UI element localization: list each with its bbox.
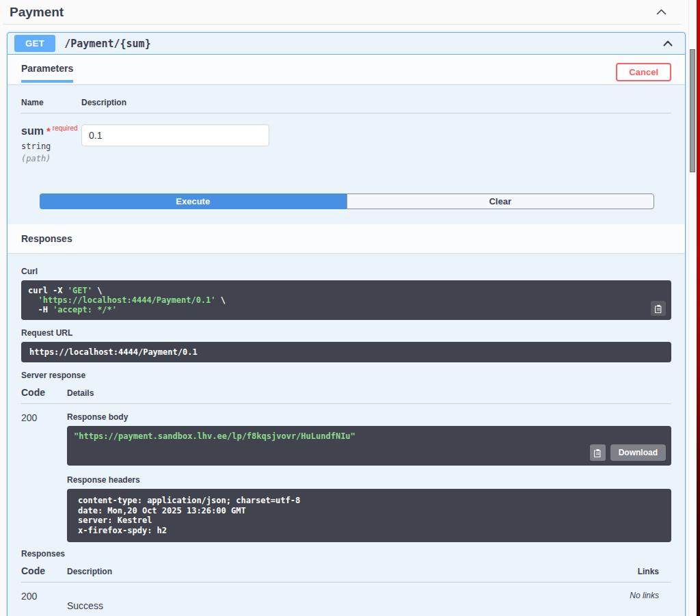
clipboard-icon <box>655 304 662 313</box>
code-column-header: Code <box>21 565 67 576</box>
description-column-header: Description <box>81 98 126 107</box>
responses-area: Curl curl -X 'GET' \ 'https://localhost:… <box>8 253 685 616</box>
curl-text: \ <box>92 286 102 295</box>
copy-response-button[interactable] <box>590 444 606 461</box>
screen-edge-red-strip <box>697 0 700 616</box>
execute-wrapper: Execute Clear <box>40 193 654 209</box>
cancel-button[interactable]: Cancel <box>616 63 671 81</box>
download-button[interactable]: Download <box>610 444 666 461</box>
response-header-line: x-firefox-spdy: h2 <box>78 526 660 536</box>
parameter-type: string <box>21 142 81 151</box>
curl-command-block: curl -X 'GET' \ 'https://localhost:4444/… <box>21 280 671 320</box>
curl-string: 'accept: */*' <box>53 305 117 314</box>
links-column-header: Links <box>638 567 671 576</box>
server-response-label: Server response <box>21 371 671 380</box>
response-header-line: date: Mon,20 Oct 2025 13:26:00 GMT <box>78 506 660 516</box>
response-body-label: Response body <box>67 412 671 422</box>
name-column-header: Name <box>21 98 81 107</box>
documented-response-code: 200 <box>21 591 67 611</box>
documented-response-description: Success <box>67 591 630 611</box>
request-url-block: https://localhost:4444/Payment/0.1 <box>21 342 671 362</box>
curl-string: 'GET' <box>68 286 92 295</box>
opblock-get: GET /Payment/{sum} Parameters Cancel Nam… <box>7 32 686 616</box>
response-header-line: server: Kestrel <box>78 515 660 526</box>
response-header-line: content-type: application/json; charset=… <box>78 496 660 506</box>
operation-summary[interactable]: GET /Payment/{sum} <box>8 33 685 55</box>
server-response-table-header: Code Details <box>21 387 671 404</box>
details-column-header: Details <box>67 388 671 398</box>
responses-section-header: Responses <box>8 224 685 253</box>
server-response-row: 200 Response body "https://payment.sandb… <box>21 404 671 542</box>
parameter-row: sum *required string (path) <box>21 113 671 163</box>
parameters-area: Name Description sum *required string (p… <box>8 84 685 209</box>
tag-section-header: Payment <box>3 0 682 25</box>
curl-string: 'https://localhost:4444/Payment/0.1' <box>38 295 215 305</box>
documented-response-links: No links <box>630 591 671 611</box>
documented-response-row: 200 Success No links <box>21 582 671 611</box>
method-badge: GET <box>14 35 55 52</box>
response-body-block: "https://payment.sandbox.lhv.ee/lp/f8kqs… <box>67 426 671 466</box>
documented-responses-label: Responses <box>21 549 671 559</box>
required-asterisk: * <box>46 126 50 137</box>
operation-collapse-button[interactable] <box>663 40 673 46</box>
description-column-header: Description <box>67 567 638 576</box>
parameter-value-cell <box>81 124 269 163</box>
request-url-value: https://localhost:4444/Payment/0.1 <box>29 347 663 357</box>
responses-title: Responses <box>21 233 72 244</box>
clipboard-icon <box>594 448 602 457</box>
chevron-up-icon <box>656 9 667 15</box>
chevron-up-icon <box>663 40 673 46</box>
request-url-label: Request URL <box>21 328 671 338</box>
parameters-header: Parameters Cancel <box>8 55 685 84</box>
parameter-name: sum <box>21 125 44 137</box>
curl-text: curl -X <box>28 286 68 295</box>
curl-text: -H <box>28 305 53 314</box>
scrollbar-thumb[interactable] <box>690 49 695 172</box>
clear-button[interactable]: Clear <box>347 193 655 209</box>
response-headers-label: Response headers <box>67 475 671 485</box>
execute-button[interactable]: Execute <box>40 193 347 209</box>
tag-collapse-button[interactable] <box>656 9 667 15</box>
required-label: required <box>53 124 78 132</box>
curl-text <box>28 295 38 305</box>
response-body-value: "https://payment.sandbox.lhv.ee/lp/f8kqs… <box>74 431 664 441</box>
response-headers-block: content-type: application/json; charset=… <box>67 489 671 542</box>
tab-parameters: Parameters <box>21 63 73 83</box>
operation-path: /Payment/{sum} <box>64 38 150 50</box>
parameter-location: (path) <box>21 154 81 163</box>
curl-label: Curl <box>21 267 671 276</box>
response-body-controls: Download <box>590 444 666 461</box>
response-status-code: 200 <box>21 412 67 542</box>
code-column-header: Code <box>21 387 67 398</box>
page-title: Payment <box>10 5 64 20</box>
documented-responses-table-header: Code Description Links <box>21 565 671 582</box>
curl-text: \ <box>216 295 226 305</box>
parameter-meta: sum *required string (path) <box>21 124 81 163</box>
sum-parameter-input[interactable] <box>81 124 269 146</box>
swagger-page: Payment GET /Payment/{sum} Parameters Ca… <box>0 0 688 616</box>
response-details: Response body "https://payment.sandbox.l… <box>67 412 671 542</box>
parameters-table-header: Name Description <box>21 98 671 113</box>
copy-curl-button[interactable] <box>651 301 666 316</box>
